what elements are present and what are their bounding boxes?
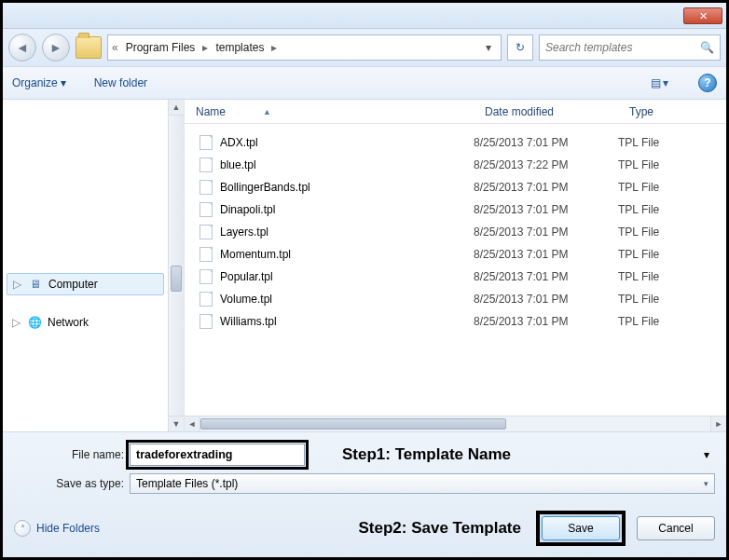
file-name: Layers.tpl [220, 225, 474, 239]
forward-button[interactable]: ► [42, 34, 70, 61]
scroll-down-button[interactable]: ▼ [169, 416, 184, 431]
breadcrumb-dropdown[interactable]: ▾ [480, 41, 497, 54]
file-date: 8/25/2013 7:22 PM [474, 158, 618, 171]
annotation-step2: Step2: Save Template [359, 519, 521, 538]
column-date[interactable]: Date modified [474, 105, 618, 118]
search-box[interactable]: 🔍 [539, 34, 721, 61]
view-options-button[interactable]: ▤▾ [648, 73, 670, 93]
close-button[interactable]: ✕ [683, 7, 722, 24]
column-type[interactable]: Type [618, 105, 726, 118]
filename-dropdown[interactable]: ▾ [704, 448, 715, 461]
file-date: 8/25/2013 7:01 PM [474, 293, 618, 306]
file-icon [199, 180, 213, 195]
help-button[interactable]: ? [698, 74, 717, 92]
column-name[interactable]: Name ▲ [185, 105, 474, 118]
chevron-down-icon: ▾ [61, 76, 66, 89]
file-type: TPL File [618, 225, 726, 239]
breadcrumb-seg-templates[interactable]: templates [210, 41, 269, 54]
back-button[interactable]: ◄ [8, 34, 36, 61]
scroll-left-button[interactable]: ◄ [185, 417, 200, 431]
file-name: Dinapoli.tpl [220, 203, 474, 216]
organize-button[interactable]: Organize▾ [12, 76, 66, 89]
expand-icon[interactable]: ▷ [12, 316, 21, 329]
table-row[interactable]: Dinapoli.tpl8/25/2013 7:01 PMTPL File [185, 198, 726, 221]
sort-asc-icon: ▲ [263, 107, 271, 116]
table-row[interactable]: Volume.tpl8/25/2013 7:01 PMTPL File [185, 288, 726, 310]
search-input[interactable] [545, 41, 700, 54]
file-type: TPL File [618, 136, 726, 149]
network-icon: 🌐 [27, 315, 42, 330]
file-icon [199, 292, 213, 307]
chevron-down-icon: ▾ [704, 479, 708, 488]
chevron-down-icon: ▾ [663, 76, 668, 89]
file-name: blue.tpl [220, 158, 474, 171]
file-date: 8/25/2013 7:01 PM [474, 315, 618, 328]
file-name: BollingerBands.tpl [220, 181, 474, 194]
scroll-up-button[interactable]: ▲ [169, 100, 184, 116]
breadcrumb[interactable]: « Program Files ▸ templates ▸ ▾ [107, 34, 502, 61]
new-folder-button[interactable]: New folder [94, 76, 147, 89]
save-dialog: ✕ ◄ ► « Program Files ▸ templates ▸ ▾ ↻ … [3, 3, 726, 557]
search-icon[interactable]: 🔍 [700, 41, 714, 54]
bottom-panel: File name: Step1: Template Name ▾ Save a… [3, 431, 726, 557]
annotation-box-step1 [130, 444, 305, 466]
file-date: 8/25/2013 7:01 PM [474, 270, 618, 283]
hide-folders-button[interactable]: ˄ Hide Folders [14, 520, 100, 537]
savetype-value: Template Files (*.tpl) [136, 477, 238, 490]
tree-item-computer[interactable]: ▷ 🖥 Computer [7, 273, 164, 295]
breadcrumb-seg-program-files[interactable]: Program Files [120, 41, 201, 54]
file-icon [199, 135, 213, 150]
nav-tree: ▷ 🖥 Computer ▷ 🌐 Network ▲ ▼ [3, 100, 185, 431]
chevron-right-icon[interactable]: ▸ [202, 41, 208, 54]
file-list: Name ▲ Date modified Type ADX.tpl8/25/20… [185, 100, 726, 431]
file-date: 8/25/2013 7:01 PM [474, 203, 618, 216]
tree-label: Network [48, 316, 89, 329]
table-row[interactable]: ADX.tpl8/25/2013 7:01 PMTPL File [185, 131, 726, 154]
file-type: TPL File [618, 203, 726, 216]
file-icon [199, 247, 213, 262]
breadcrumb-prefix[interactable]: « [112, 41, 118, 54]
tree-item-network[interactable]: ▷ 🌐 Network [7, 312, 164, 333]
table-row[interactable]: BollingerBands.tpl8/25/2013 7:01 PMTPL F… [185, 176, 726, 198]
cancel-button[interactable]: Cancel [637, 516, 715, 540]
computer-icon: 🖥 [28, 277, 43, 292]
table-row[interactable]: Popular.tpl8/25/2013 7:01 PMTPL File [185, 266, 726, 288]
file-type: TPL File [618, 181, 726, 194]
file-icon [199, 269, 213, 284]
file-icon [199, 225, 213, 239]
table-row[interactable]: Layers.tpl8/25/2013 7:01 PMTPL File [185, 221, 726, 243]
scroll-thumb[interactable] [200, 418, 506, 430]
folder-icon [76, 36, 102, 59]
table-row[interactable]: blue.tpl8/25/2013 7:22 PMTPL File [185, 154, 726, 176]
table-row[interactable]: Williams.tpl8/25/2013 7:01 PMTPL File [185, 310, 726, 333]
tree-scrollbar[interactable]: ▲ ▼ [168, 100, 184, 431]
tree-label: Computer [48, 278, 98, 291]
file-name: Williams.tpl [220, 315, 474, 328]
save-button[interactable]: Save [542, 516, 620, 540]
file-name: Popular.tpl [220, 270, 474, 283]
table-row[interactable]: Momentum.tpl8/25/2013 7:01 PMTPL File [185, 243, 726, 266]
scroll-thumb[interactable] [171, 266, 182, 292]
chevron-right-icon[interactable]: ▸ [271, 41, 277, 54]
file-name: Momentum.tpl [220, 248, 474, 261]
column-headers: Name ▲ Date modified Type [185, 100, 726, 124]
file-type: TPL File [618, 315, 726, 328]
file-type: TPL File [618, 270, 726, 283]
titlebar: ✕ [3, 3, 726, 29]
refresh-button[interactable]: ↻ [507, 34, 533, 61]
scroll-right-button[interactable]: ► [710, 417, 726, 431]
file-type: TPL File [618, 158, 726, 171]
filename-input[interactable] [130, 444, 305, 466]
navbar: ◄ ► « Program Files ▸ templates ▸ ▾ ↻ 🔍 [3, 29, 726, 66]
horizontal-scrollbar[interactable]: ◄ ► [185, 416, 726, 431]
file-name: Volume.tpl [220, 293, 474, 306]
savetype-combo[interactable]: Template Files (*.tpl) ▾ [130, 473, 715, 494]
expand-icon[interactable]: ▷ [13, 278, 22, 291]
file-type: TPL File [618, 293, 726, 306]
file-date: 8/25/2013 7:01 PM [474, 136, 618, 149]
file-icon [199, 202, 213, 217]
savetype-label: Save as type: [14, 477, 124, 490]
file-type: TPL File [618, 248, 726, 261]
list-icon: ▤ [651, 76, 661, 89]
annotation-step1: Step1: Template Name [342, 445, 511, 464]
